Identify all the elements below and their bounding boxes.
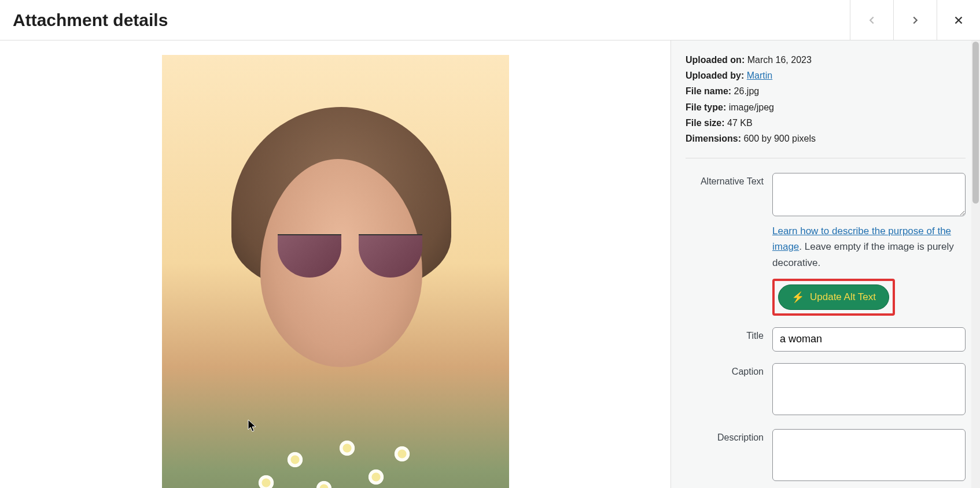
bolt-icon: ⚡ — [791, 291, 804, 304]
image-preview-pane — [0, 40, 670, 488]
meta-file-size: File size: 47 KB — [686, 115, 966, 131]
file-metadata: Uploaded on: March 16, 2023 Uploaded by:… — [686, 52, 966, 146]
details-sidebar: Uploaded on: March 16, 2023 Uploaded by:… — [670, 40, 980, 488]
scrollbar[interactable] — [971, 40, 980, 488]
chevron-left-icon — [865, 14, 878, 27]
meta-file-name: File name: 26.jpg — [686, 83, 966, 99]
description-label: Description — [686, 429, 772, 443]
attachment-image — [162, 55, 509, 488]
meta-uploaded-by: Uploaded by: Martin — [686, 68, 966, 83]
close-button[interactable] — [937, 0, 980, 40]
modal-title: Attachment details — [13, 10, 168, 30]
caption-label: Caption — [686, 363, 772, 377]
meta-dimensions: Dimensions: 600 by 900 pixels — [686, 131, 966, 146]
meta-file-type: File type: image/jpeg — [686, 99, 966, 115]
alt-text-label: Alternative Text — [686, 173, 772, 187]
chevron-right-icon — [909, 14, 922, 27]
title-row: Title — [686, 327, 966, 352]
caption-field[interactable] — [772, 363, 966, 415]
modal-header: Attachment details — [0, 0, 980, 40]
update-highlight-box: ⚡ Update Alt Text — [772, 279, 895, 316]
caption-row: Caption — [686, 363, 966, 417]
divider — [686, 158, 966, 158]
modal-body: Uploaded on: March 16, 2023 Uploaded by:… — [0, 40, 980, 488]
alt-text-row: Alternative Text Learn how to describe t… — [686, 173, 966, 316]
title-label: Title — [686, 327, 772, 341]
prev-button[interactable] — [850, 0, 893, 40]
title-field[interactable] — [772, 327, 966, 352]
description-field[interactable] — [772, 429, 966, 481]
alt-text-help: Learn how to describe the purpose of the… — [772, 223, 966, 271]
next-button[interactable] — [893, 0, 937, 40]
description-row: Description — [686, 429, 966, 483]
meta-uploaded-on: Uploaded on: March 16, 2023 — [686, 52, 966, 68]
update-alt-text-button[interactable]: ⚡ Update Alt Text — [778, 284, 889, 310]
scrollbar-thumb[interactable] — [972, 42, 979, 204]
alt-text-field[interactable] — [772, 173, 966, 216]
uploader-link[interactable]: Martin — [747, 71, 772, 80]
header-nav — [850, 0, 980, 40]
close-icon — [952, 14, 965, 27]
